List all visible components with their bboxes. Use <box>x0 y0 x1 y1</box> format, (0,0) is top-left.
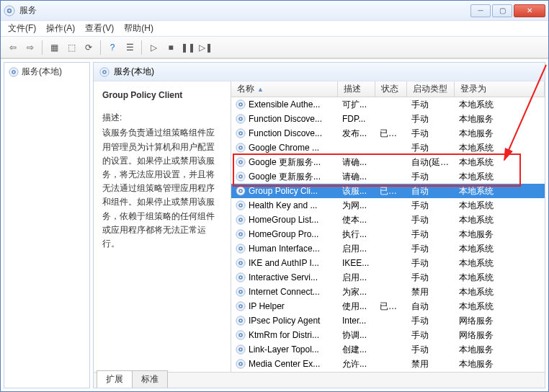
table-row[interactable]: Human Interface...启用...手动本地系统 <box>231 241 545 256</box>
services-icon <box>9 67 19 77</box>
cell-startup: 手动 <box>407 272 455 284</box>
service-icon <box>236 215 246 225</box>
tab-standard[interactable]: 标准 <box>132 370 168 388</box>
cell-desc: 使用... <box>338 300 375 313</box>
cell-desc: 请确... <box>338 156 375 169</box>
table-row[interactable]: Google 更新服务...请确...手动本地系统 <box>231 169 545 184</box>
cell-startup: 手动 <box>407 113 455 125</box>
cell-startup: 禁用 <box>407 358 455 370</box>
export-button[interactable]: ⬚ <box>63 40 79 55</box>
tree-root[interactable]: 服务(本地) <box>4 63 89 81</box>
cell-logon: 本地服务 <box>455 228 512 241</box>
cell-name: Function Discove... <box>249 128 322 138</box>
cell-status: 已启动 <box>375 185 407 197</box>
show-hide-button[interactable]: ▦ <box>46 40 62 55</box>
cell-name: Health Key and ... <box>249 200 317 210</box>
cell-desc: 启用... <box>338 243 375 255</box>
cell-desc: 该服... <box>338 185 375 197</box>
col-startup[interactable]: 启动类型 <box>407 81 455 97</box>
cell-name: Group Policy Cli... <box>249 186 318 196</box>
cell-name: Internet Connect... <box>249 287 320 297</box>
table-row[interactable]: Interactive Servi...启用...手动本地系统 <box>231 270 545 285</box>
cell-logon: 本地服务 <box>455 113 512 125</box>
col-status[interactable]: 状态 <box>375 81 407 97</box>
cell-desc: 协调... <box>338 329 375 342</box>
back-button[interactable]: ⇦ <box>5 40 21 55</box>
cell-startup: 自动 <box>407 300 455 313</box>
cell-desc: 请确... <box>338 171 375 183</box>
cell-name: Function Discove... <box>249 114 322 124</box>
table-row[interactable]: Google 更新服务...请确...自动(延迟...本地系统 <box>231 155 545 169</box>
service-icon <box>236 229 246 239</box>
cell-desc: 为网... <box>338 200 375 212</box>
cell-name: Link-Layer Topol... <box>249 344 319 355</box>
service-icon <box>236 359 246 369</box>
table-row[interactable]: Function Discove...发布...已启动手动本地服务 <box>231 126 545 141</box>
pause-button[interactable]: ❚❚ <box>180 40 196 55</box>
service-rows[interactable]: Extensible Authe...可扩...手动本地系统Function D… <box>231 97 545 372</box>
restart-button[interactable]: ▷❚ <box>197 40 213 55</box>
table-row[interactable]: Function Discove...FDP...手动本地服务 <box>231 112 545 126</box>
cell-startup: 手动 <box>407 257 455 270</box>
cell-logon: 网络服务 <box>455 315 512 327</box>
service-icon <box>236 128 246 138</box>
table-row[interactable]: Group Policy Cli...该服...已启动自动本地系统 <box>231 184 545 198</box>
cell-startup: 手动 <box>407 99 455 111</box>
table-row[interactable]: KtmRm for Distri...协调...手动网络服务 <box>231 328 545 342</box>
table-row[interactable]: Health Key and ...为网...手动本地系统 <box>231 198 545 213</box>
services-icon <box>99 67 110 77</box>
cell-status: 已启动 <box>375 128 407 140</box>
minimize-button[interactable]: ─ <box>470 4 491 17</box>
cell-name: Extensible Authe... <box>249 99 320 110</box>
cell-logon: 本地系统 <box>455 286 512 298</box>
menubar: 文件(F) 操作(A) 查看(V) 帮助(H) <box>1 21 548 37</box>
refresh-button[interactable]: ⟳ <box>81 40 97 55</box>
menu-help[interactable]: 帮助(H) <box>120 21 158 36</box>
cell-desc: 创建... <box>338 344 375 356</box>
close-button[interactable]: ✕ <box>514 4 545 17</box>
table-row[interactable]: Extensible Authe...可扩...手动本地系统 <box>231 97 545 112</box>
cell-startup: 手动 <box>407 200 455 212</box>
service-icon <box>236 244 246 254</box>
forward-button[interactable]: ⇨ <box>22 40 38 55</box>
cell-startup: 手动 <box>407 128 455 140</box>
cell-startup: 自动(延迟... <box>407 156 455 169</box>
table-row[interactable]: HomeGroup List...使本...手动本地系统 <box>231 213 545 227</box>
table-row[interactable]: IKE and AuthIP I...IKEE...手动本地系统 <box>231 256 545 270</box>
start-button[interactable]: ▷ <box>146 40 161 55</box>
column-header-row: 名称▲ 描述 状态 启动类型 登录为 <box>231 81 545 97</box>
cell-desc: Inter... <box>338 316 375 326</box>
cell-logon: 本地系统 <box>455 200 512 212</box>
table-row[interactable]: IP Helper使用...已启动自动本地系统 <box>231 299 545 313</box>
cell-name: Media Center Ex... <box>249 359 320 369</box>
stop-button[interactable]: ■ <box>163 40 179 55</box>
cell-name: HomeGroup List... <box>249 215 318 225</box>
col-logon[interactable]: 登录为 <box>455 81 545 97</box>
col-name[interactable]: 名称▲ <box>231 81 338 97</box>
maximize-button[interactable]: ▢ <box>492 4 512 17</box>
menu-file[interactable]: 文件(F) <box>4 21 40 36</box>
table-row[interactable]: Google Chrome ...手动本地系统 <box>231 141 545 155</box>
help-button[interactable]: ? <box>104 40 120 55</box>
cell-startup: 手动 <box>407 344 455 356</box>
cell-startup: 手动 <box>407 228 455 241</box>
table-row[interactable]: Media Center Ex...允许...禁用本地服务 <box>231 357 545 371</box>
properties-button[interactable]: ☰ <box>122 40 138 55</box>
detail-pane: Group Policy Client 描述: 该服务负责通过组策略组件应用管理… <box>94 81 231 372</box>
cell-logon: 本地系统 <box>455 142 512 154</box>
cell-startup: 禁用 <box>407 286 455 298</box>
tab-extended[interactable]: 扩展 <box>97 370 133 388</box>
service-icon <box>236 272 246 282</box>
menu-view[interactable]: 查看(V) <box>81 21 118 36</box>
table-row[interactable]: Internet Connect...为家...禁用本地系统 <box>231 285 545 299</box>
menu-action[interactable]: 操作(A) <box>42 21 79 36</box>
titlebar: 服务 ─ ▢ ✕ <box>1 1 548 21</box>
table-row[interactable]: Link-Layer Topol...创建...手动本地服务 <box>231 342 545 357</box>
col-desc[interactable]: 描述 <box>338 81 375 97</box>
table-row[interactable]: HomeGroup Pro...执行...手动本地服务 <box>231 227 545 241</box>
cell-logon: 本地系统 <box>455 99 512 111</box>
table-row[interactable]: IPsec Policy AgentInter...手动网络服务 <box>231 313 545 328</box>
cell-name: Human Interface... <box>249 244 320 254</box>
cell-name: KtmRm for Distri... <box>249 330 319 340</box>
cell-logon: 网络服务 <box>455 329 512 342</box>
